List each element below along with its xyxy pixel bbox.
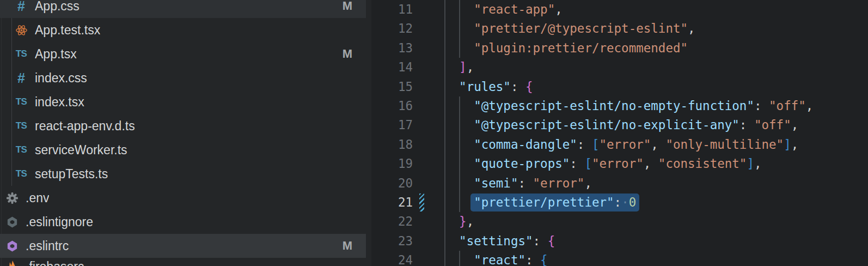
file-name: .eslintignore [26,215,93,229]
file-row-setupTests.ts[interactable]: TSsetupTests.ts [0,162,366,186]
code-text[interactable]: "rules": { [444,77,533,96]
line-number[interactable]: 23 [371,232,413,251]
code-text[interactable]: }, [444,212,474,231]
code-line-16[interactable]: 16 "@typescript-eslint/no-empty-function… [371,96,868,116]
code-line-12[interactable]: 12 "prettier/@typescript-eslint", [371,19,868,38]
file-row-App.test.tsx[interactable]: App.test.tsx [0,18,366,42]
line-number[interactable]: 22 [371,212,413,231]
code-line-21[interactable]: 21 "prettier/prettier":·0 [371,193,868,212]
code-line-13[interactable]: 13 "plugin:prettier/recommended" [371,39,868,58]
code-text[interactable]: "@typescript-eslint/no-empty-function": … [444,96,813,116]
file-name: .env [26,191,49,205]
file-name: App.css [35,0,80,14]
code-line-14[interactable]: 14 ], [371,58,868,77]
file-name: index.css [35,71,87,86]
typescript-icon: TS [15,119,28,133]
git-modified-badge: M [343,0,352,13]
code-line-23[interactable]: 23 "settings": { [371,232,868,251]
explorer-sidebar: #App.cssMApp.test.tsxTSApp.tsxM#index.cs… [0,0,371,266]
line-number[interactable]: 14 [371,58,413,77]
file-row-dot-eslintignore[interactable]: .eslintignore [0,210,366,234]
line-number[interactable]: 17 [371,116,413,135]
typescript-icon: TS [15,167,28,181]
code-text[interactable]: "semi": "error", [444,174,592,193]
modified-line-indicator [419,194,424,211]
line-number[interactable]: 21 [371,193,413,212]
eslint-gray-icon [5,215,19,229]
css-hash-icon: # [15,71,28,85]
code-line-20[interactable]: 20 "semi": "error", [371,174,868,193]
file-name: index.tsx [35,95,84,110]
line-number[interactable]: 18 [371,135,413,154]
file-name: App.test.tsx [35,23,100,38]
file-row-serviceWorker.ts[interactable]: TSserviceWorker.ts [0,138,366,162]
code-text[interactable]: "prettier/@typescript-eslint", [444,19,695,38]
code-line-17[interactable]: 17 "@typescript-eslint/no-explicit-any":… [371,116,868,135]
gear-icon [5,191,19,205]
line-number[interactable]: 20 [371,174,413,193]
file-name: .eslintrc [26,239,69,253]
file-row-index.tsx[interactable]: TSindex.tsx [0,90,366,114]
code-text[interactable]: "react": { [444,251,548,266]
react-test-icon [15,23,28,37]
firebase-flame-icon [5,259,19,266]
line-number[interactable]: 16 [371,96,413,116]
file-row-dot-env[interactable]: .env [0,186,366,210]
file-row-dot-eslintrc[interactable]: .eslintrcM [0,234,366,258]
line-number[interactable]: 11 [371,0,413,19]
line-number[interactable]: 12 [371,19,413,38]
typescript-icon: TS [15,95,28,109]
code-text[interactable]: "settings": { [444,232,555,251]
file-row-App.tsx[interactable]: TSApp.tsxM [0,42,366,66]
selection-highlight: "prettier/prettier":·0 [470,194,639,211]
file-name: react-app-env.d.ts [35,119,135,134]
file-name: serviceWorker.ts [35,143,127,158]
file-row-dot-firebaserc[interactable]: .firebaserc [0,258,366,266]
code-text[interactable]: "react-app", [444,0,563,19]
typescript-icon: TS [15,47,28,61]
code-line-15[interactable]: 15 "rules": { [371,77,868,96]
file-name: App.tsx [35,47,77,62]
line-number[interactable]: 15 [371,77,413,96]
code-text[interactable]: ], [444,58,474,77]
code-text[interactable]: "plugin:prettier/recommended" [444,39,688,58]
code-text[interactable]: "prettier/prettier":·0 [444,193,636,212]
code-line-24[interactable]: 24 "react": { [371,251,868,266]
line-number[interactable]: 24 [371,251,413,266]
code-editor[interactable]: 11 "react-app",12 "prettier/@typescript-… [371,0,868,266]
code-line-11[interactable]: 11 "react-app", [371,0,868,19]
code-line-18[interactable]: 18 "comma-dangle": ["error", "only-multi… [371,135,868,154]
line-number[interactable]: 19 [371,154,413,173]
code-text[interactable]: "comma-dangle": ["error", "only-multilin… [444,135,798,154]
eslint-purple-icon [5,239,19,253]
code-text[interactable]: "quote-props": ["error", "consistent"], [444,154,762,173]
css-hash-icon: # [15,0,28,13]
typescript-icon: TS [15,143,28,157]
line-number[interactable]: 13 [371,39,413,58]
git-modified-badge: M [343,47,352,61]
file-row-App.css[interactable]: #App.cssM [0,0,366,18]
file-name: .firebaserc [26,259,84,266]
code-text[interactable]: "@typescript-eslint/no-explicit-any": "o… [444,116,798,135]
code-line-19[interactable]: 19 "quote-props": ["error", "consistent"… [371,154,868,173]
file-name: setupTests.ts [35,167,108,182]
file-row-react-app-env.d.ts[interactable]: TSreact-app-env.d.ts [0,114,366,138]
git-modified-badge: M [343,239,352,253]
code-line-22[interactable]: 22 }, [371,212,868,231]
file-row-index.css[interactable]: #index.css [0,66,366,90]
